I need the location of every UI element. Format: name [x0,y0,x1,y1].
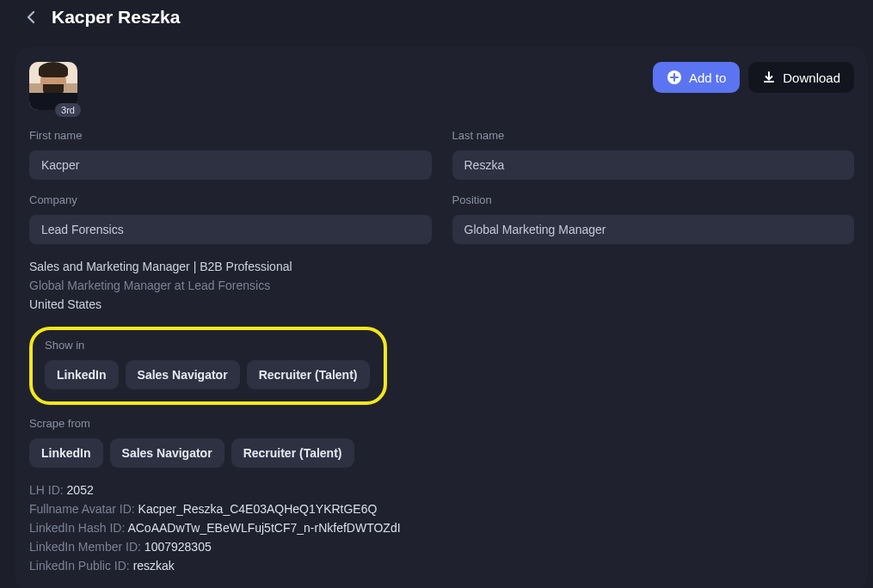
headline: Sales and Marketing Manager | B2B Profes… [29,260,854,273]
linkedin-hash-id-row: LinkedIn Hash ID: ACoAADwTw_EBeWLFuj5tCF… [29,521,854,535]
show-in-highlight: Show in LinkedIn Sales Navigator Recruit… [29,327,387,405]
first-name-label: First name [29,129,432,142]
show-in-recruiter[interactable]: Recruiter (Talent) [247,360,370,389]
linkedin-hash-id-label: LinkedIn Hash ID: [29,521,127,535]
profile-panel: 3rd Add to Download [15,46,868,588]
linkedin-public-id-row: LinkedIn Public ID: reszkak [29,559,854,573]
fullname-avatar-id-label: Fullname Avatar ID: [29,502,138,516]
connection-degree-badge: 3rd [55,103,81,117]
scrape-from-label: Scrape from [29,417,854,430]
show-in-linkedin[interactable]: LinkedIn [45,360,119,389]
fullname-avatar-id-row: Fullname Avatar ID: Kacper_Reszka_C4E03A… [29,502,854,516]
linkedin-public-id-label: LinkedIn Public ID: [29,559,133,573]
scrape-from-linkedin[interactable]: LinkedIn [29,438,103,468]
add-to-button[interactable]: Add to [653,62,740,93]
company-input[interactable] [29,215,432,244]
last-name-label: Last name [452,129,855,142]
download-icon [762,70,776,84]
scrape-from-recruiter[interactable]: Recruiter (Talent) [231,438,354,468]
linkedin-hash-id-value: ACoAADwTw_EBeWLFuj5tCF7_n-rNkfefDWTOZdI [127,521,400,535]
add-to-label: Add to [689,70,726,85]
first-name-input[interactable] [29,150,432,180]
company-label: Company [29,193,432,206]
download-button[interactable]: Download [748,62,854,93]
page-title: Kacper Reszka [52,7,180,28]
back-icon[interactable] [22,9,40,26]
position-label: Position [452,193,855,206]
location: United States [29,297,854,311]
position-input[interactable] [452,215,855,244]
fullname-avatar-id-value: Kacper_Reszka_C4E03AQHeQ1YKRtGE6Q [138,502,378,516]
download-label: Download [783,70,840,85]
show-in-label: Show in [45,339,370,352]
plus-circle-icon [667,70,682,85]
linkedin-public-id-value: reszkak [133,559,175,573]
linkedin-member-id-label: LinkedIn Member ID: [29,540,144,554]
lh-id-row: LH ID: 2052 [29,483,854,497]
lh-id-value: 2052 [67,483,94,497]
linkedin-member-id-value: 1007928305 [144,540,212,554]
show-in-sales-navigator[interactable]: Sales Navigator [126,360,240,389]
lh-id-label: LH ID: [29,483,67,497]
sub-headline: Global Marketing Manager at Lead Forensi… [29,279,854,292]
scrape-from-sales-navigator[interactable]: Sales Navigator [110,438,224,468]
linkedin-member-id-row: LinkedIn Member ID: 1007928305 [29,540,854,554]
avatar: 3rd [29,62,77,110]
last-name-input[interactable] [452,150,855,180]
